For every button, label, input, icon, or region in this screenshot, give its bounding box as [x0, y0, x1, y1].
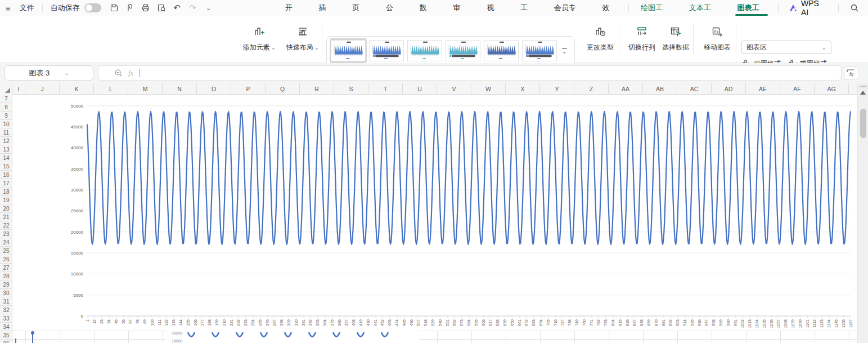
gallery-more-button[interactable]: ⌄ [559, 48, 570, 53]
quick-layout-button[interactable]: 快速布局⌄ [278, 20, 327, 57]
column-header-Q[interactable]: Q [266, 83, 300, 95]
chart-style-thumb-6[interactable] [521, 38, 558, 63]
row-header-20[interactable]: 20 [0, 204, 12, 213]
row-header-22[interactable]: 22 [0, 221, 12, 230]
column-header-X[interactable]: X [506, 83, 540, 95]
formula-input[interactable]: fx [98, 65, 842, 81]
column-header-N[interactable]: N [163, 83, 197, 95]
row-header-34[interactable]: 34 [0, 323, 12, 331]
tab-插入[interactable]: 插入 [309, 0, 343, 16]
autosave-toggle[interactable] [84, 3, 101, 12]
chart-style-thumb-2[interactable] [368, 38, 405, 63]
tab-开始[interactable]: 开始 [276, 0, 309, 16]
row-header-10[interactable]: 10 [0, 120, 12, 128]
row-header-17[interactable]: 17 [0, 179, 12, 188]
scrollbar-thumb[interactable] [860, 109, 866, 138]
chart-selection-handle[interactable] [32, 332, 33, 343]
row-header-18[interactable]: 18 [0, 188, 12, 196]
tab-视图[interactable]: 视图 [477, 0, 511, 16]
tab-会员专享[interactable]: 会员专享 [545, 0, 593, 16]
name-box[interactable]: 图表 3 ⌄ [5, 65, 93, 81]
row-header-19[interactable]: 19 [0, 196, 12, 204]
row-header-27[interactable]: 27 [0, 264, 12, 272]
column-header-I[interactable]: I [12, 83, 25, 95]
hamburger-menu-icon[interactable]: ≡ [0, 3, 14, 13]
column-header-AE[interactable]: AE [746, 83, 780, 95]
row-header-26[interactable]: 26 [0, 255, 12, 264]
row-header-21[interactable]: 21 [0, 213, 12, 221]
row-header-30[interactable]: 30 [0, 289, 12, 297]
row-header-35[interactable]: 35 [0, 331, 12, 340]
row-header-14[interactable]: 14 [0, 154, 12, 162]
row-header-31[interactable]: 31 [0, 297, 12, 306]
chart-style-thumb-4[interactable] [444, 38, 482, 63]
row-header-24[interactable]: 24 [0, 238, 12, 247]
export-pdf-icon[interactable] [124, 2, 136, 14]
chart-style-thumb-1[interactable] [330, 38, 367, 63]
row-header-13[interactable]: 13 [0, 145, 12, 154]
vertical-scrollbar[interactable] [857, 83, 868, 343]
move-chart-button[interactable]: 移动图表 [698, 20, 737, 57]
column-header-AD[interactable]: AD [712, 83, 746, 95]
tab-效率[interactable]: 效率 [592, 0, 626, 16]
column-header-Y[interactable]: Y [540, 83, 574, 95]
spreadsheet-area[interactable]: IJKLMNOPQRSTUVWXYZAAABACADAEAFAG 7891011… [0, 83, 857, 343]
tab-工具[interactable]: 工具 [511, 0, 545, 16]
print-preview-icon[interactable] [155, 2, 168, 14]
row-header-15[interactable]: 15 [0, 162, 12, 171]
change-type-button[interactable]: 更改类型 [581, 20, 620, 57]
contextual-tab-绘图工具[interactable]: 绘图工具 [631, 0, 680, 16]
column-header-R[interactable]: R [300, 83, 334, 95]
select-data-button[interactable]: 选择数据 [656, 20, 695, 57]
column-header-W[interactable]: W [471, 83, 506, 95]
row-header-36[interactable]: 36 [0, 340, 12, 343]
column-header-AB[interactable]: AB [643, 83, 677, 95]
column-header-V[interactable]: V [437, 83, 471, 95]
wps-ai-button[interactable]: WPS AI [781, 0, 836, 17]
column-header-P[interactable]: P [231, 83, 266, 95]
scroll-up-arrow-icon[interactable] [860, 91, 866, 95]
row-header-28[interactable]: 28 [0, 272, 12, 280]
column-header-AC[interactable]: AC [677, 83, 712, 95]
column-header-AG[interactable]: AG [815, 83, 849, 95]
add-element-button[interactable]: 添加元素⌄ [235, 20, 284, 57]
contextual-tab-文本工具[interactable]: 文本工具 [680, 0, 728, 16]
row-header-12[interactable]: 12 [0, 137, 12, 145]
row-header-23[interactable]: 23 [0, 230, 12, 238]
tab-数据[interactable]: 数据 [410, 0, 444, 16]
chart-style-thumb-3[interactable] [406, 38, 443, 63]
chart-3-object[interactable]: 0500010000150002000025000300003500040000… [12, 95, 856, 331]
formula-panel-button[interactable]: fx [844, 66, 858, 80]
column-header-L[interactable]: L [94, 83, 128, 95]
select-all-corner[interactable] [0, 83, 12, 95]
tab-页面[interactable]: 页面 [343, 0, 376, 16]
tab-审阅[interactable]: 审阅 [443, 0, 477, 16]
chart-element-selector[interactable]: 图表区 ⌄ [741, 41, 831, 54]
split-handle[interactable] [860, 86, 867, 87]
column-header-T[interactable]: T [368, 83, 403, 95]
print-icon[interactable] [140, 2, 152, 14]
save-icon[interactable] [108, 2, 120, 14]
column-header-U[interactable]: U [403, 83, 437, 95]
column-header-AF[interactable]: AF [780, 83, 815, 95]
tab-公式[interactable]: 公式 [376, 0, 410, 16]
more-chevron-icon[interactable]: ⌄ [203, 2, 215, 14]
column-header-K[interactable]: K [60, 83, 94, 95]
row-header-33[interactable]: 33 [0, 314, 12, 323]
file-menu[interactable]: 文件 [14, 3, 40, 13]
second-chart-fragment[interactable]: 20000 15000 [166, 331, 419, 343]
redo-icon[interactable]: ↷ [187, 2, 199, 14]
row-header-29[interactable]: 29 [0, 280, 12, 289]
row-header-25[interactable]: 25 [0, 247, 12, 255]
chart-style-thumb-5[interactable] [483, 38, 520, 63]
undo-icon[interactable]: ↶ [171, 2, 183, 14]
column-header-AA[interactable]: AA [609, 83, 643, 95]
column-header-S[interactable]: S [334, 83, 368, 95]
search-button[interactable] [841, 3, 868, 12]
column-header-M[interactable]: M [128, 83, 163, 95]
grid-cells-strip[interactable] [12, 331, 857, 343]
row-header-11[interactable]: 11 [0, 128, 12, 137]
column-header-O[interactable]: O [197, 83, 231, 95]
zoom-out-icon[interactable] [114, 69, 123, 77]
column-header-Z[interactable]: Z [574, 83, 609, 95]
